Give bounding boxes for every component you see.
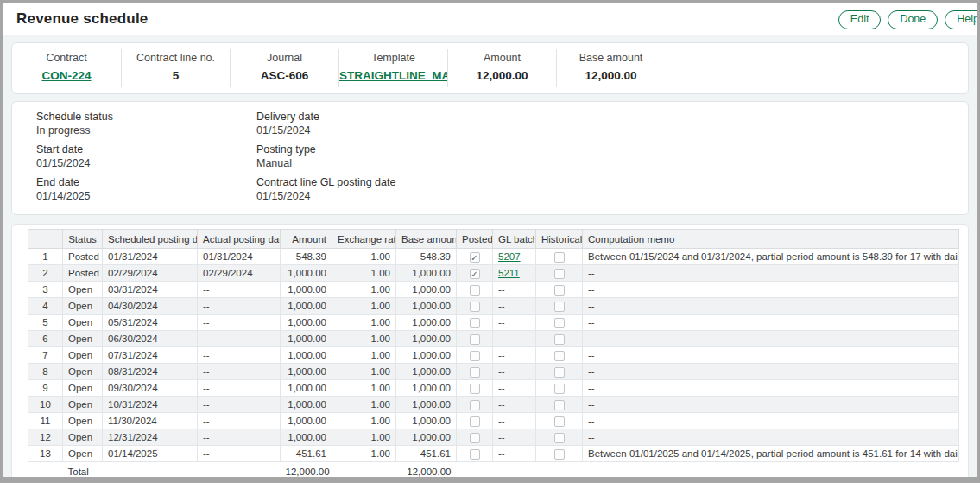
cell-actual-posting-date: -- — [198, 397, 281, 413]
cell-amount: 1,000.00 — [281, 347, 332, 364]
cell-base-amount: 1,000.00 — [396, 331, 457, 347]
cell-amount: 1,000.00 — [281, 298, 332, 315]
cell-actual-posting-date: -- — [198, 364, 281, 380]
done-button[interactable]: Done — [888, 10, 938, 29]
table-row: 6Open06/30/2024--1,000.001.001,000.00---… — [28, 331, 959, 347]
cell-scheduled-posting-date: 04/30/2024 — [103, 298, 198, 315]
checkbox-unchecked — [554, 302, 565, 312]
table-row: 8Open08/31/2024--1,000.001.001,000.00---… — [28, 364, 959, 380]
cell-actual-posting-date: -- — [198, 347, 281, 364]
cell-base-amount: 548.39 — [396, 249, 457, 265]
cell-posted — [457, 397, 493, 413]
column-header-row-number — [28, 230, 63, 249]
cell-gl-batch: -- — [493, 380, 536, 397]
cell-actual-posting-date: -- — [198, 380, 281, 397]
checkbox-unchecked — [554, 384, 565, 394]
checkbox-unchecked — [470, 351, 480, 361]
summary-field-contract: ContractCON-224 — [12, 49, 121, 87]
cell-row-number: 7 — [28, 347, 63, 364]
table-row: 3Open03/31/2024--1,000.001.001,000.00---… — [28, 282, 959, 298]
table-row: 1Posted01/31/202401/31/2024548.391.00548… — [28, 249, 959, 265]
cell-gl-batch: -- — [493, 347, 536, 364]
cell-historical — [536, 315, 583, 331]
table-row: 7Open07/31/2024--1,000.001.001,000.00---… — [28, 347, 959, 364]
cell-historical — [536, 380, 583, 397]
cell-scheduled-posting-date: 01/31/2024 — [103, 249, 198, 265]
cell-scheduled-posting-date: 01/14/2025 — [103, 446, 198, 462]
cell-amount: 1,000.00 — [281, 413, 332, 429]
schedule-table-card: StatusScheduled posting dateActual posti… — [11, 224, 969, 483]
cell-base-amount: 1,000.00 — [396, 315, 457, 331]
help-button[interactable]: Help — [945, 10, 980, 29]
cell-row-number: 2 — [28, 265, 63, 282]
gl-batch-link[interactable]: 5211 — [498, 268, 520, 278]
cell-status: Open — [63, 446, 103, 462]
summary-field-value: 5 — [122, 69, 230, 82]
checkbox-unchecked — [554, 318, 565, 328]
checkbox-checked: ✓ — [470, 252, 480, 263]
cell-computation-memo: -- — [583, 364, 959, 380]
checkbox-unchecked — [470, 384, 480, 394]
cell-historical — [536, 347, 583, 364]
cell-amount: 1,000.00 — [281, 331, 332, 347]
table-row: 11Open11/30/2024--1,000.001.001,000.00--… — [28, 413, 959, 429]
cell-gl-batch: -- — [493, 298, 536, 315]
summary-link-contract[interactable]: CON-224 — [41, 69, 91, 82]
detail-label: Start date — [36, 143, 256, 156]
cell-row-number: 3 — [28, 282, 63, 298]
table-row: 13Open01/14/2025--451.611.00451.61--Betw… — [28, 446, 959, 462]
cell-computation-memo: -- — [583, 429, 959, 446]
cell-scheduled-posting-date: 05/31/2024 — [103, 315, 198, 331]
column-header-amount: Amount — [281, 230, 332, 249]
detail-label: Contract line GL posting date — [256, 176, 395, 189]
cell-scheduled-posting-date: 08/31/2024 — [103, 364, 198, 380]
cell-historical — [536, 265, 583, 282]
gl-batch-link[interactable]: 5207 — [498, 251, 521, 262]
details-card: Schedule statusIn progressStart date01/1… — [11, 101, 969, 215]
cell-actual-posting-date: 02/29/2024 — [198, 265, 281, 282]
cell-row-number: 1 — [28, 249, 63, 265]
cell-scheduled-posting-date: 10/31/2024 — [103, 397, 198, 413]
column-header-exchange-rate: Exchange rate — [332, 230, 396, 249]
cell-row-number: 6 — [28, 331, 63, 347]
checkbox-unchecked — [554, 416, 565, 427]
details-column-2: Delivery date01/15/2024Posting typeManua… — [256, 111, 395, 209]
summary-field-label: Base amount — [557, 52, 665, 64]
cell-posted — [457, 429, 493, 446]
summary-field-label: Template — [339, 52, 447, 64]
summary-field-value: 12,000.00 — [557, 69, 665, 82]
cell-computation-memo: -- — [583, 298, 959, 315]
cell-exchange-rate: 1.00 — [332, 265, 396, 282]
detail-start-date: Start date01/15/2024 — [36, 143, 256, 170]
cell-gl-batch: -- — [493, 446, 536, 462]
cell-exchange-rate: 1.00 — [332, 397, 396, 413]
total-blank — [28, 462, 63, 482]
summary-field-value: STRAIGHTLINE_MANUA — [339, 69, 447, 82]
cell-computation-memo: -- — [583, 282, 959, 298]
detail-label: Posting type — [256, 143, 395, 156]
cell-amount: 1,000.00 — [281, 282, 332, 298]
cell-amount: 1,000.00 — [281, 429, 332, 446]
detail-value: 01/15/2024 — [36, 157, 256, 170]
detail-label: Schedule status — [36, 111, 256, 124]
cell-scheduled-posting-date: 07/31/2024 — [103, 347, 198, 364]
summary-link-template[interactable]: STRAIGHTLINE_MANUA — [339, 69, 447, 82]
summary-field-label: Contract — [12, 52, 121, 64]
edit-button[interactable]: Edit — [838, 10, 882, 29]
app-window: Revenue schedule EditDoneHelp ContractCO… — [0, 0, 980, 483]
cell-status: Open — [63, 298, 103, 315]
cell-base-amount: 1,000.00 — [396, 347, 457, 364]
cell-row-number: 10 — [28, 397, 63, 413]
table-row: 4Open04/30/2024--1,000.001.001,000.00---… — [28, 298, 959, 315]
cell-exchange-rate: 1.00 — [332, 282, 396, 298]
total-amount: 12,000.00 — [281, 462, 332, 482]
table-row: 9Open09/30/2024--1,000.001.001,000.00---… — [28, 380, 959, 397]
cell-status: Open — [63, 413, 103, 429]
checkbox-unchecked — [470, 285, 480, 296]
checkbox-unchecked — [470, 400, 480, 410]
detail-label: Delivery date — [256, 111, 395, 124]
cell-scheduled-posting-date: 12/31/2024 — [103, 429, 198, 446]
cell-computation-memo: -- — [583, 347, 959, 364]
checkbox-unchecked — [554, 367, 565, 378]
cell-scheduled-posting-date: 09/30/2024 — [103, 380, 198, 397]
